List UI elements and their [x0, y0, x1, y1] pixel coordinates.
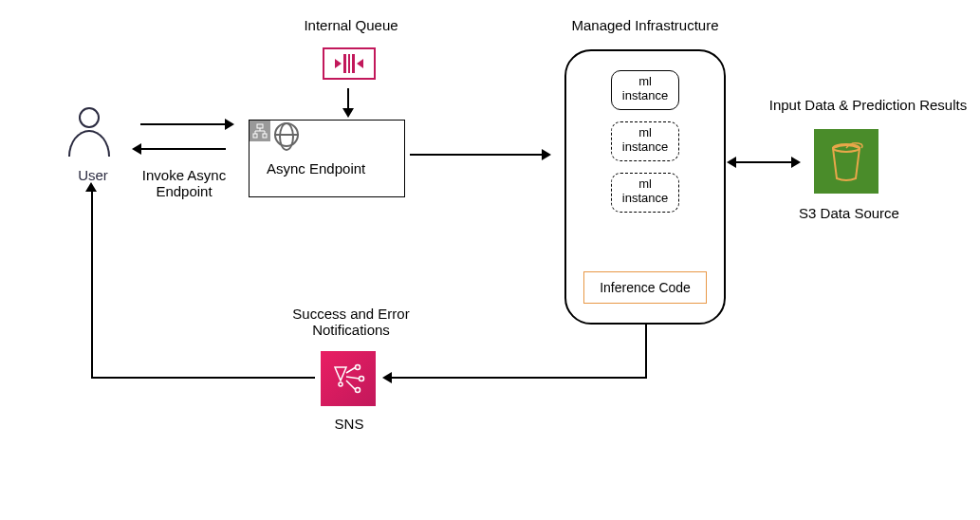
endpoint-label: Async Endpoint — [267, 160, 365, 176]
globe-icon — [274, 122, 299, 147]
internal-queue-label: Internal Queue — [294, 17, 408, 33]
svg-point-5 — [356, 365, 361, 370]
arrow-sns-user-v — [91, 190, 93, 379]
sns-top-label: Success and Error Notifications — [266, 306, 436, 338]
s3-top-label: Input Data & Prediction Results — [759, 97, 977, 113]
user-label: User — [74, 167, 112, 183]
sns-icon — [321, 351, 376, 406]
arrow-sns-user-head — [85, 182, 97, 192]
managed-infra-box: ml instance ml instance ml instance Infe… — [564, 49, 726, 325]
arrow-infra-sns-v — [645, 325, 647, 378]
arrow-infra-sns-h — [391, 377, 647, 379]
ml-instance-1: ml instance — [611, 70, 679, 110]
ml-instance-2: ml instance — [611, 121, 679, 161]
hierarchy-icon — [250, 121, 270, 141]
svg-point-6 — [360, 377, 364, 381]
svg-point-4 — [339, 382, 342, 386]
svg-rect-2 — [263, 134, 267, 138]
svg-rect-1 — [253, 134, 257, 138]
ml-instance-3: ml instance — [611, 173, 679, 213]
sns-bottom-label: SNS — [330, 416, 368, 432]
svg-rect-0 — [257, 124, 263, 128]
s3-bucket-icon — [814, 129, 878, 194]
inference-code-box: Inference Code — [583, 271, 707, 304]
arrow-queue-to-endpoint — [347, 88, 349, 109]
svg-point-7 — [356, 388, 361, 393]
s3-bottom-label: S3 Data Source — [797, 205, 901, 221]
managed-infra-label: Managed Infrastructure — [550, 17, 740, 33]
queue-icon — [323, 47, 376, 80]
arrow-sns-user-h — [91, 377, 315, 379]
arrow-endpoint-to-infra — [410, 154, 543, 156]
invoke-async-label: Invoke Async Endpoint — [127, 167, 241, 199]
arrow-infra-s3 — [735, 161, 792, 163]
arrow-endpoint-to-user — [140, 148, 226, 150]
async-endpoint-box: Async Endpoint — [249, 120, 405, 197]
arrow-user-to-endpoint — [140, 123, 226, 125]
